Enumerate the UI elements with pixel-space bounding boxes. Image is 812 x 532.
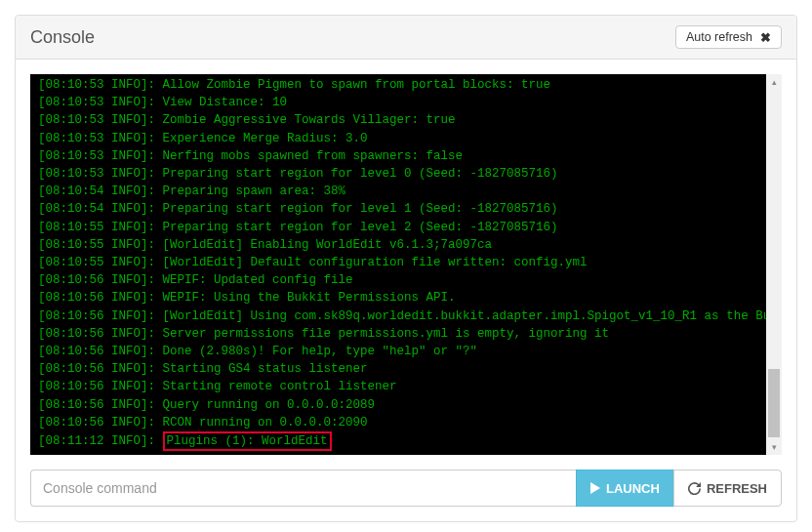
- log-timestamp: [08:10:56 INFO]:: [38, 309, 163, 323]
- log-timestamp: [08:10:53 INFO]:: [38, 149, 163, 163]
- log-timestamp: [08:10:56 INFO]:: [38, 273, 163, 287]
- log-timestamp: [08:10:54 INFO]:: [38, 184, 163, 198]
- log-timestamp: [08:10:55 INFO]:: [38, 238, 163, 252]
- log-timestamp: [08:10:55 INFO]:: [38, 256, 163, 269]
- log-timestamp: [08:10:56 INFO]:: [38, 362, 163, 376]
- scroll-up-icon[interactable]: ▴: [766, 74, 782, 90]
- log-line: [08:10:56 INFO]: Starting GS4 status lis…: [38, 360, 760, 378]
- log-message: Preparing start region for level 0 (Seed…: [163, 167, 558, 181]
- log-line: [08:10:53 INFO]: View Distance: 10: [38, 94, 760, 111]
- command-row: LAUNCH REFRESH: [30, 470, 782, 507]
- log-timestamp: [08:10:56 INFO]:: [38, 416, 163, 430]
- scroll-down-icon[interactable]: ▾: [766, 439, 782, 455]
- log-line: [08:10:55 INFO]: [WorldEdit] Enabling Wo…: [38, 236, 760, 254]
- log-timestamp: [08:10:56 INFO]:: [38, 327, 163, 341]
- panel-body: [08:10:53 INFO]: Allow Zombie Pigmen to …: [16, 60, 796, 521]
- log-timestamp: [08:10:53 INFO]:: [38, 167, 163, 181]
- log-message: WEPIF: Updated config file: [163, 273, 353, 287]
- log-timestamp: [08:10:53 INFO]:: [38, 132, 163, 145]
- log-message: Plugins (1): WorldEdit: [163, 431, 332, 451]
- log-message: Allow Zombie Pigmen to spawn from portal…: [163, 78, 551, 92]
- log-message: Done (2.980s)! For help, type "help" or …: [163, 345, 478, 358]
- refresh-button[interactable]: REFRESH: [673, 470, 782, 507]
- log-timestamp: [08:11:12 INFO]:: [38, 434, 163, 448]
- log-line: [08:10:56 INFO]: WEPIF: Using the Bukkit…: [38, 289, 760, 307]
- log-line: [08:10:56 INFO]: Starting remote control…: [38, 378, 760, 395]
- close-icon: ✖: [760, 31, 771, 44]
- log-line: [08:10:53 INFO]: Experience Merge Radius…: [38, 130, 760, 147]
- log-timestamp: [08:10:54 INFO]:: [38, 202, 163, 216]
- log-line: [08:10:56 INFO]: WEPIF: Updated config f…: [38, 271, 760, 289]
- log-timestamp: [08:10:56 INFO]:: [38, 380, 163, 393]
- log-message: Starting remote control listener: [163, 380, 397, 393]
- log-timestamp: [08:10:56 INFO]:: [38, 398, 163, 412]
- refresh-label: REFRESH: [707, 481, 767, 496]
- log-line: [08:10:53 INFO]: Allow Zombie Pigmen to …: [38, 76, 760, 94]
- log-line: [08:10:56 INFO]: Done (2.980s)! For help…: [38, 343, 760, 360]
- scrollbar[interactable]: ▴ ▾: [766, 74, 782, 455]
- log-timestamp: [08:10:56 INFO]:: [38, 291, 163, 305]
- log-message: Zombie Aggressive Towards Villager: true: [163, 113, 456, 127]
- log-timestamp: [08:10:56 INFO]:: [38, 345, 163, 358]
- log-message: Starting GS4 status listener: [163, 362, 368, 376]
- log-timestamp: [08:10:53 INFO]:: [38, 96, 163, 109]
- panel-title: Console: [30, 27, 95, 48]
- log-line: [08:10:55 INFO]: Preparing start region …: [38, 219, 760, 236]
- log-line: [08:10:53 INFO]: Preparing start region …: [38, 165, 760, 183]
- console-wrap: [08:10:53 INFO]: Allow Zombie Pigmen to …: [30, 74, 782, 455]
- panel-header: Console Auto refresh ✖: [16, 16, 796, 60]
- log-timestamp: [08:10:53 INFO]:: [38, 113, 163, 127]
- log-message: Preparing spawn area: 38%: [163, 184, 346, 198]
- log-message: Preparing start region for level 2 (Seed…: [163, 221, 558, 234]
- log-message: View Distance: 10: [163, 96, 288, 109]
- log-line: [08:10:54 INFO]: Preparing spawn area: 3…: [38, 183, 760, 200]
- svg-marker-0: [590, 482, 600, 494]
- log-line: [08:10:56 INFO]: RCON running on 0.0.0.0…: [38, 414, 760, 431]
- log-message: Server permissions file permissions.yml …: [163, 327, 610, 341]
- log-message: Experience Merge Radius: 3.0: [163, 132, 368, 145]
- command-input[interactable]: [30, 470, 577, 507]
- log-line: [08:10:56 INFO]: [WorldEdit] Using com.s…: [38, 307, 760, 325]
- log-message: [WorldEdit] Using com.sk89q.worldedit.bu…: [163, 309, 782, 323]
- scroll-thumb[interactable]: [768, 369, 780, 437]
- log-line: [08:10:53 INFO]: Zombie Aggressive Towar…: [38, 111, 760, 129]
- launch-label: LAUNCH: [606, 481, 660, 496]
- scroll-track[interactable]: [766, 90, 782, 439]
- log-message: WEPIF: Using the Bukkit Permissions API.: [163, 291, 456, 305]
- auto-refresh-label: Auto refresh: [686, 30, 752, 44]
- log-line: [08:10:53 INFO]: Nerfing mobs spawned fr…: [38, 147, 760, 165]
- log-message: Query running on 0.0.0.0:2089: [163, 398, 376, 412]
- log-line: [08:10:56 INFO]: Server permissions file…: [38, 325, 760, 343]
- log-message: Preparing start region for level 1 (Seed…: [163, 202, 558, 216]
- auto-refresh-toggle[interactable]: Auto refresh ✖: [675, 25, 782, 49]
- launch-button[interactable]: LAUNCH: [576, 470, 674, 507]
- log-line: [08:10:54 INFO]: Preparing start region …: [38, 200, 760, 218]
- log-message: RCON running on 0.0.0.0:2090: [163, 416, 368, 430]
- log-message: Nerfing mobs spawned from spawners: fals…: [163, 149, 464, 163]
- log-message: [WorldEdit] Default configuration file w…: [163, 256, 588, 269]
- console-output[interactable]: [08:10:53 INFO]: Allow Zombie Pigmen to …: [30, 74, 782, 455]
- log-line: [08:11:12 INFO]: Plugins (1): WorldEdit: [38, 431, 760, 451]
- console-panel: Console Auto refresh ✖ [08:10:53 INFO]: …: [15, 15, 797, 522]
- refresh-icon: [688, 482, 701, 495]
- log-message: [WorldEdit] Enabling WorldEdit v6.1.3;7a…: [163, 238, 493, 252]
- log-line: [08:10:55 INFO]: [WorldEdit] Default con…: [38, 254, 760, 271]
- log-timestamp: [08:10:53 INFO]:: [38, 78, 163, 92]
- play-icon: [590, 482, 600, 494]
- log-timestamp: [08:10:55 INFO]:: [38, 221, 163, 234]
- log-line: [08:10:56 INFO]: Query running on 0.0.0.…: [38, 396, 760, 414]
